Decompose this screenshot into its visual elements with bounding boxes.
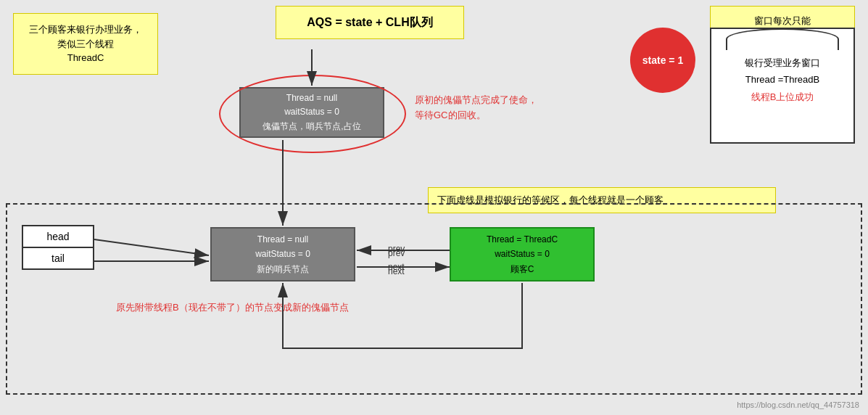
sticky-top-left-line2: 类似三个线程 <box>57 38 114 49</box>
bank-window-arch <box>726 28 839 50</box>
state-circle: state = 1 <box>630 28 695 93</box>
bottom-gray-node: Thread = null waitStatus = 0 新的哨兵节点 <box>210 227 355 282</box>
head-cell: head <box>23 226 93 248</box>
top-gray-node-line2: waitStatus = 0 <box>284 105 339 119</box>
waiting-zone <box>6 203 862 395</box>
bank-window-line2: Thread =ThreadB <box>711 71 853 88</box>
tail-cell: tail <box>23 248 93 268</box>
bank-window-line3: 线程B上位成功 <box>711 89 853 105</box>
main-container: 三个顾客来银行办理业务， 类似三个线程 ThreadC AQS = state … <box>0 0 868 415</box>
bottom-gray-node-line3: 新的哨兵节点 <box>257 262 309 276</box>
bottom-gray-node-line2: waitStatus = 0 <box>255 247 310 261</box>
sticky-top-center: AQS = state + CLH队列 <box>276 6 464 39</box>
sticky-top-right-line1: 窗口每次只能 <box>754 15 811 26</box>
red-annotation-bottom: 原先附带线程B（现在不带了）的节点变成新的傀儡节点 <box>116 301 349 314</box>
head-tail-box: head tail <box>22 225 94 270</box>
green-node-line3: 顾客C <box>511 262 534 276</box>
sticky-top-center-text: AQS = state + CLH队列 <box>307 16 432 28</box>
sticky-top-left-line3: ThreadC <box>67 52 104 63</box>
watermark: https://blog.csdn.net/qq_44757318 <box>737 400 859 409</box>
green-node-line1: Thread = ThreadC <box>487 232 558 247</box>
top-gray-node-line3: 傀儡节点，哨兵节点,占位 <box>263 120 360 133</box>
red-annotation-top-line2: 等待GC的回收。 <box>415 108 537 123</box>
next-arrow-label: next <box>388 262 405 272</box>
sticky-top-left-line1: 三个顾客来银行办理业务， <box>29 24 142 35</box>
red-annotation-top-line1: 原初的傀儡节点完成了使命， <box>415 93 537 108</box>
top-gray-node-line1: Thread = null <box>286 91 337 105</box>
state-circle-text: state = 1 <box>642 54 683 66</box>
sticky-top-left: 三个顾客来银行办理业务， 类似三个线程 ThreadC <box>13 13 158 75</box>
red-annotation-top: 原初的傀儡节点完成了使命， 等待GC的回收。 <box>415 93 537 123</box>
top-gray-node: Thread = null waitStatus = 0 傀儡节点，哨兵节点,占… <box>239 87 384 138</box>
bottom-gray-node-line1: Thread = null <box>257 232 308 247</box>
green-node-line2: waitStatus = 0 <box>495 247 550 261</box>
green-node: Thread = ThreadC waitStatus = 0 顾客C <box>450 227 595 282</box>
bank-window: 银行受理业务窗口 Thread =ThreadB 线程B上位成功 <box>710 28 855 144</box>
prev-arrow-label: prev <box>388 244 405 254</box>
bank-window-line1: 银行受理业务窗口 <box>711 54 853 71</box>
